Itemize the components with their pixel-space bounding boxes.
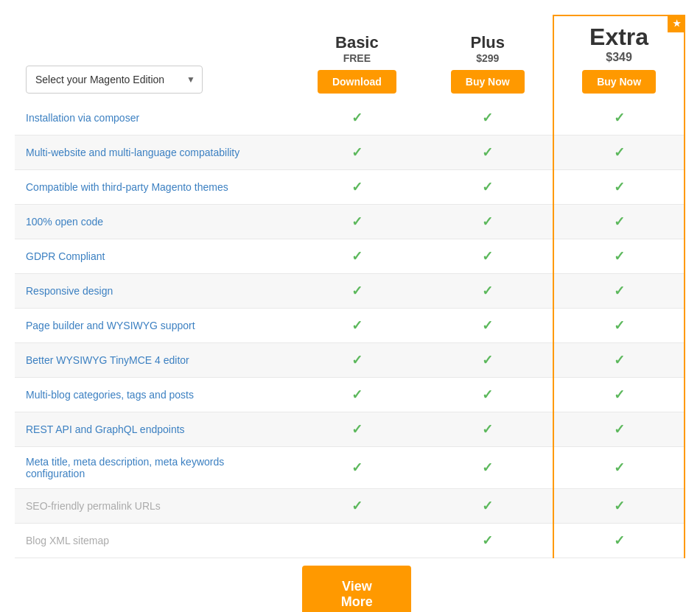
check-icon: ✓: [482, 499, 493, 513]
feature-label: Installation via composer: [15, 101, 291, 136]
plus-plan-price: $299: [433, 52, 542, 64]
table-row: REST API and GraphQL endpoints✓✓✓: [15, 412, 685, 447]
feature-label: Blog XML sitemap: [15, 524, 291, 558]
star-badge: ★: [668, 15, 685, 32]
check-icon: ✓: [482, 387, 493, 402]
check-icon: ✓: [482, 318, 493, 333]
table-row: Blog XML sitemap✓✓: [15, 524, 685, 558]
view-more-button[interactable]: View More: [302, 566, 411, 612]
extra-plan-name: Extra: [565, 24, 673, 51]
check-icon: ✓: [614, 460, 625, 475]
feature-label: SEO-friendly permalink URLs: [15, 489, 291, 524]
feature-label: REST API and GraphQL endpoints: [15, 412, 291, 447]
table-row: Page builder and WYSIWYG support✓✓✓: [15, 309, 685, 343]
check-icon: ✓: [614, 353, 625, 367]
feature-label: Meta title, meta description, meta keywo…: [15, 447, 291, 489]
feature-label: GDPR Compliant: [15, 239, 291, 274]
feature-label: Compatible with third-party Magento them…: [15, 170, 291, 205]
table-row: Multi-website and multi-language compata…: [15, 136, 685, 170]
check-icon: ✓: [614, 318, 625, 333]
check-icon: ✓: [351, 284, 363, 298]
empty-cell-2: [422, 558, 553, 613]
table-row: 100% open code✓✓✓: [15, 205, 685, 239]
empty-cell-3: [553, 558, 685, 613]
table-row: SEO-friendly permalink URLs✓✓✓: [15, 489, 685, 524]
edition-select-wrapper: Select your Magento EditionMagento Open …: [26, 66, 203, 94]
check-icon: ✓: [351, 499, 363, 513]
check-icon: ✓: [351, 214, 363, 229]
check-icon: ✓: [351, 249, 363, 264]
check-icon: ✓: [351, 460, 363, 475]
table-row: Installation via composer✓✓✓: [15, 101, 685, 136]
check-icon: ✓: [482, 145, 493, 160]
check-icon: ✓: [351, 387, 363, 402]
basic-plan-price: FREE: [302, 52, 411, 64]
empty-cell: [15, 558, 291, 613]
basic-download-button[interactable]: Download: [318, 70, 396, 94]
table-row: Meta title, meta description, meta keywo…: [15, 447, 685, 489]
check-icon: ✓: [351, 180, 363, 194]
table-row: Better WYSIWYG TinyMCE 4 editor✓✓✓: [15, 343, 685, 378]
plus-buynow-button[interactable]: Buy Now: [451, 70, 525, 94]
check-icon: ✓: [482, 214, 493, 229]
feature-label: Page builder and WYSIWYG support: [15, 309, 291, 343]
check-icon: ✓: [614, 499, 625, 513]
check-icon: ✓: [351, 353, 363, 367]
check-icon: ✓: [482, 110, 493, 125]
check-icon: ✓: [482, 284, 493, 298]
view-more-cell: View More: [291, 558, 422, 613]
edition-select[interactable]: Select your Magento EditionMagento Open …: [26, 66, 203, 94]
plus-plan-header: Plus $299 Buy Now: [422, 15, 553, 101]
check-icon: ✓: [614, 387, 625, 402]
extra-buynow-button[interactable]: Buy Now: [582, 70, 656, 94]
check-icon: ✓: [614, 145, 625, 160]
basic-plan-header: Basic FREE Download: [291, 15, 422, 101]
table-row: GDPR Compliant✓✓✓: [15, 239, 685, 274]
feature-label: Multi-website and multi-language compata…: [15, 136, 291, 170]
feature-label: Better WYSIWYG TinyMCE 4 editor: [15, 343, 291, 378]
check-icon: ✓: [614, 422, 625, 437]
feature-label: 100% open code: [15, 205, 291, 239]
table-row: Multi-blog categories, tags and posts✓✓✓: [15, 378, 685, 412]
check-icon: ✓: [614, 284, 625, 298]
feature-label: Responsive design: [15, 274, 291, 309]
extra-plan-price: $349: [565, 51, 673, 64]
basic-plan-name: Basic: [302, 33, 411, 52]
plus-plan-name: Plus: [433, 33, 542, 52]
check-icon: ✓: [482, 180, 493, 194]
table-row: Compatible with third-party Magento them…: [15, 170, 685, 205]
check-icon: ✓: [614, 110, 625, 125]
table-row: Responsive design✓✓✓: [15, 274, 685, 309]
check-icon: ✓: [351, 318, 363, 333]
check-icon: ✓: [482, 533, 493, 548]
check-icon: ✓: [482, 353, 493, 367]
check-icon: ✓: [614, 533, 625, 548]
extra-plan-header: ★ Extra $349 Buy Now: [553, 15, 685, 101]
check-icon: ✓: [351, 422, 363, 437]
view-more-row: View More: [15, 558, 685, 613]
check-icon: ✓: [482, 460, 493, 475]
check-icon: ✓: [351, 145, 363, 160]
feature-label: Multi-blog categories, tags and posts: [15, 378, 291, 412]
check-icon: ✓: [482, 249, 493, 264]
check-icon: ✓: [614, 249, 625, 264]
check-icon: ✓: [614, 214, 625, 229]
check-icon: ✓: [482, 422, 493, 437]
check-icon: ✓: [351, 110, 363, 125]
check-icon: ✓: [614, 180, 625, 194]
